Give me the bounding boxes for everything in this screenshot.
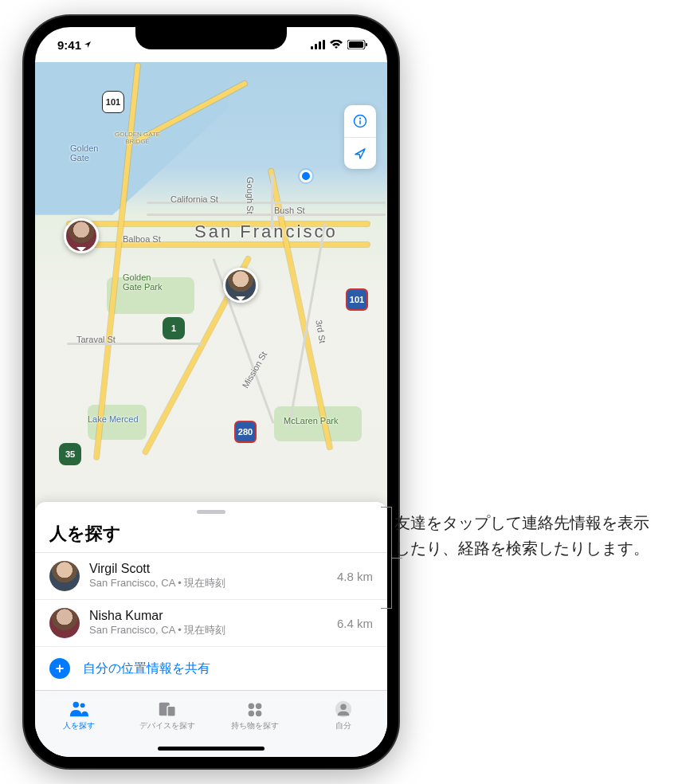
avatar: [49, 608, 80, 638]
tab-label: デバイスを探す: [139, 720, 195, 731]
notch: [135, 27, 287, 49]
wifi-icon: [330, 40, 343, 49]
map-label: Golden Gate: [70, 143, 98, 163]
person-pin-virgil[interactable]: [223, 268, 258, 303]
person-row-virgil[interactable]: Virgil Scott San Francisco, CA • 現在時刻 4.…: [35, 553, 387, 600]
callout-text: 友達をタップして連絡先情報を表示したり、経路を検索したりします。: [394, 510, 657, 561]
map-label: Balboa St: [123, 234, 161, 244]
route-shield: 280: [234, 421, 257, 443]
svg-point-8: [359, 118, 361, 120]
person-sub: San Francisco, CA • 現在時刻: [89, 576, 327, 590]
route-shield: 101: [346, 288, 368, 311]
map-label: Golden Gate Park: [123, 272, 163, 292]
person-name: Virgil Scott: [89, 562, 327, 576]
svg-rect-6: [366, 43, 367, 46]
map-controls: [344, 105, 376, 169]
home-indicator[interactable]: [158, 747, 265, 751]
map-label: Mission St: [240, 350, 268, 390]
people-sheet[interactable]: 人を探す Virgil Scott San Francisco, CA • 現在…: [35, 502, 387, 690]
sheet-grabber[interactable]: [197, 510, 225, 514]
svg-point-16: [249, 710, 254, 715]
route-shield: 1: [163, 317, 185, 339]
map-label: 3rd St: [314, 319, 327, 344]
battery-icon: [347, 40, 368, 49]
status-time: 9:41: [57, 38, 81, 52]
svg-point-10: [73, 701, 79, 707]
map-label: McLaren Park: [284, 416, 338, 425]
svg-rect-9: [359, 120, 361, 124]
share-location-button[interactable]: + 自分の位置情報を共有: [35, 647, 387, 679]
cellular-icon: [311, 40, 325, 49]
person-row-nisha[interactable]: Nisha Kumar San Francisco, CA • 現在時刻 6.4…: [35, 600, 387, 647]
person-distance: 6.4 km: [337, 617, 373, 630]
plus-icon: +: [49, 658, 70, 679]
tab-label: 人を探す: [63, 720, 95, 731]
map-label: California St: [170, 194, 218, 204]
devices-icon: [157, 700, 178, 719]
tab-label: 持ち物を探す: [231, 720, 279, 731]
person-distance: 4.8 km: [337, 570, 373, 583]
map-road: [147, 214, 386, 216]
device-frame: 9:41: [24, 16, 398, 768]
svg-point-11: [80, 703, 85, 708]
sheet-title: 人を探す: [35, 522, 387, 553]
map-label: Gough St: [245, 177, 255, 214]
svg-point-17: [256, 710, 261, 715]
tab-items[interactable]: 持ち物を探す: [211, 691, 300, 739]
svg-rect-1: [315, 44, 317, 49]
map-info-button[interactable]: [344, 105, 376, 137]
status-right: [311, 40, 368, 49]
callout-bracket: [381, 507, 392, 609]
svg-point-14: [249, 703, 254, 708]
map-label: Bush St: [274, 206, 305, 215]
map-label: Taraval St: [76, 335, 116, 344]
location-arrow-icon: [353, 147, 367, 161]
person-name: Nisha Kumar: [89, 609, 327, 623]
tab-devices[interactable]: デバイスを探す: [123, 691, 212, 739]
map-road: [67, 242, 370, 247]
tab-people[interactable]: 人を探す: [35, 691, 123, 739]
map-label: GOLDEN GATE BRIDGE: [115, 131, 160, 145]
share-location-label: 自分の位置情報を共有: [83, 661, 210, 677]
svg-rect-0: [311, 46, 313, 49]
svg-rect-5: [349, 41, 363, 48]
user-location-dot: [300, 170, 312, 182]
tab-me[interactable]: 自分: [300, 691, 388, 739]
map-label: Lake Merced: [88, 414, 139, 424]
items-icon: [245, 700, 265, 719]
screen: 9:41: [35, 27, 387, 757]
svg-point-15: [256, 703, 261, 708]
person-sub: San Francisco, CA • 現在時刻: [89, 623, 327, 637]
avatar: [49, 561, 80, 591]
route-shield: 101: [102, 91, 124, 113]
map-tracking-button[interactable]: [344, 137, 376, 169]
me-icon: [333, 700, 354, 719]
info-icon: [353, 114, 367, 128]
svg-rect-13: [167, 706, 175, 716]
people-icon: [69, 700, 89, 719]
map-city-label: San Francisco: [194, 221, 338, 242]
svg-point-19: [340, 704, 346, 709]
svg-rect-3: [323, 40, 325, 49]
svg-rect-2: [319, 41, 321, 49]
tab-label: 自分: [335, 720, 351, 731]
route-shield: 35: [59, 443, 81, 465]
location-services-icon: [84, 41, 92, 49]
person-pin-nisha[interactable]: [64, 218, 99, 253]
